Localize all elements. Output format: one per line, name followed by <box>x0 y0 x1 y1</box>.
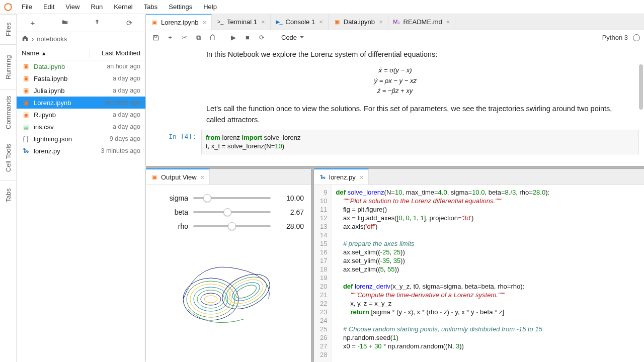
file-row[interactable]: ▣R.ipynba day ago <box>17 109 145 121</box>
slider-track[interactable] <box>193 225 271 227</box>
save-icon[interactable] <box>150 32 162 44</box>
slider-sigma: sigma10.00 <box>153 194 304 202</box>
celltype-select[interactable]: Code <box>277 32 306 43</box>
left-sidebar: Files Running Commands Cell Tools Tabs <box>0 14 17 362</box>
column-name[interactable]: Name▴ <box>17 49 90 57</box>
file-row[interactable]: ▣Julia.ipynba day ago <box>17 84 145 97</box>
file-row[interactable]: { }lightning.json9 days ago <box>17 133 145 145</box>
svg-point-12 <box>225 275 267 309</box>
notebook-body[interactable]: In this Notebook we explore the Lorenz s… <box>146 45 644 166</box>
code-editor[interactable]: 910111213141516171819202122232425262728 … <box>314 185 644 362</box>
code-cell[interactable]: In [4]: from lorenz import solve_lorenzt… <box>151 130 639 154</box>
code-area[interactable]: def solve_lorenz(N=10, max_time=4.0, sig… <box>332 185 644 362</box>
markdown-cell: Let's call the function once to view the… <box>206 104 631 126</box>
file-browser-toolbar: + + ⟳ <box>17 14 145 32</box>
file-name: Data.ipynb <box>34 63 103 70</box>
tab-lorenz-ipynb[interactable]: ▣Lorenz.ipynb× <box>146 14 212 30</box>
close-icon[interactable]: × <box>200 173 206 181</box>
copy-icon[interactable]: ⧉ <box>192 32 204 44</box>
add-cell-icon[interactable]: + <box>164 32 176 44</box>
nb-file-icon: ▣ <box>22 74 30 82</box>
lorenz-plot <box>153 236 304 347</box>
nb-icon: ▣ <box>334 18 341 25</box>
lefttab-files[interactable]: Files <box>0 14 16 44</box>
run-icon[interactable]: ▶ <box>227 32 239 44</box>
menu-file[interactable]: File <box>16 0 38 14</box>
slider-label: beta <box>153 208 193 216</box>
tab-readme-md[interactable]: M↓README.md× <box>388 14 456 30</box>
file-browser: + + ⟳ › notebooks Name▴ Last Modified ▣D… <box>17 14 146 362</box>
menu-view[interactable]: View <box>60 0 85 14</box>
close-icon[interactable]: × <box>201 19 207 26</box>
scrollbar-thumb[interactable] <box>639 64 643 110</box>
close-icon[interactable]: × <box>378 18 384 26</box>
file-name: lightning.json <box>34 135 106 143</box>
new-icon[interactable]: + <box>24 19 42 27</box>
file-row[interactable]: ▣Data.ipynban hour ago <box>17 60 145 72</box>
file-modified: 9 days ago <box>110 135 140 142</box>
file-row[interactable]: ▣Fasta.ipynba day ago <box>17 72 145 84</box>
tabbar-top: ▣Lorenz.ipynb×>_Terminal 1×▶_Console 1×▣… <box>146 14 644 30</box>
menu-run[interactable]: Run <box>85 0 108 14</box>
menu-kernel[interactable]: Kernel <box>108 0 138 14</box>
upload-icon[interactable] <box>88 19 106 27</box>
home-icon[interactable] <box>22 35 29 43</box>
restart-icon[interactable]: ⟳ <box>256 32 268 44</box>
con-icon: ▶_ <box>276 18 283 25</box>
slider-thumb[interactable] <box>203 194 211 202</box>
slider-thumb[interactable] <box>228 222 236 230</box>
paste-icon[interactable]: 📋︎ <box>206 32 218 44</box>
notebook-icon: ▣ <box>151 173 158 180</box>
svg-point-7 <box>197 290 224 308</box>
line-gutter: 910111213141516171819202122232425262728 <box>314 185 332 362</box>
tab-console-1[interactable]: ▶_Console 1× <box>271 14 329 30</box>
file-modified: a day ago <box>113 87 140 94</box>
svg-point-8 <box>201 293 221 305</box>
tab-terminal-1[interactable]: >_Terminal 1× <box>212 14 271 30</box>
main-dock: ▣Lorenz.ipynb×>_Terminal 1×▶_Console 1×▣… <box>146 14 644 362</box>
kernel-name[interactable]: Python 3 <box>602 34 628 41</box>
output-view-panel: ▣ Output View × sigma10.00beta2.67rho28.… <box>146 169 311 362</box>
close-icon[interactable]: × <box>260 18 266 26</box>
menu-settings[interactable]: Settings <box>163 0 198 14</box>
lefttab-running[interactable]: Running <box>0 44 16 89</box>
close-icon[interactable]: × <box>318 18 324 26</box>
close-icon[interactable]: × <box>445 18 451 26</box>
close-icon[interactable]: × <box>359 173 365 181</box>
lefttab-commands[interactable]: Commands <box>0 89 16 135</box>
nb-file-icon: ▣ <box>22 86 30 95</box>
equations: ẋ = σ(y − x) ẏ = ρx − y − xz ż = −βz + x… <box>146 65 644 97</box>
column-modified[interactable]: Last Modified <box>90 49 145 57</box>
file-row[interactable]: 🐍︎lorenz.py3 minutes ago <box>17 145 145 157</box>
menu-tabs[interactable]: Tabs <box>138 0 163 14</box>
cut-icon[interactable]: ✂ <box>178 32 190 44</box>
breadcrumb[interactable]: › notebooks <box>17 32 145 46</box>
refresh-icon[interactable]: ⟳ <box>120 19 138 28</box>
lefttab-tabs[interactable]: Tabs <box>0 180 16 210</box>
new-folder-icon[interactable]: + <box>56 19 74 27</box>
file-browser-header: Name▴ Last Modified <box>17 46 145 60</box>
file-row[interactable]: ▣Lorenz.ipynbseconds ago <box>17 97 145 109</box>
notebook-toolbar: + ✂ ⧉ 📋︎ ▶ ■ ⟳ Code Python 3 <box>146 30 644 45</box>
tab-output-view[interactable]: ▣ Output View × <box>146 168 210 185</box>
file-name: iris.csv <box>34 123 109 131</box>
slider-thumb[interactable] <box>223 208 231 216</box>
slider-beta: beta2.67 <box>153 208 304 216</box>
lefttab-celltools[interactable]: Cell Tools <box>0 135 16 180</box>
tab-lorenz-py[interactable]: 🐍︎ lorenz.py × <box>314 168 369 185</box>
file-modified: a day ago <box>113 111 140 118</box>
svg-point-9 <box>204 296 217 303</box>
svg-point-10 <box>217 267 275 316</box>
menu-edit[interactable]: Edit <box>38 0 60 14</box>
menu-help[interactable]: Help <box>198 0 222 14</box>
slider-value: 28.00 <box>277 222 304 230</box>
code-input[interactable]: from lorenz import solve_lorenzt, x_t = … <box>201 130 639 154</box>
file-row[interactable]: ▤iris.csva day ago <box>17 121 145 133</box>
slider-track[interactable] <box>193 211 271 213</box>
stop-icon[interactable]: ■ <box>242 32 254 44</box>
tab-data-ipynb[interactable]: ▣Data.ipynb× <box>329 14 388 30</box>
breadcrumb-item[interactable]: notebooks <box>37 35 67 43</box>
slider-track[interactable] <box>193 197 271 199</box>
file-modified: an hour ago <box>107 63 140 70</box>
tabbar-editor: 🐍︎ lorenz.py × <box>314 169 644 185</box>
